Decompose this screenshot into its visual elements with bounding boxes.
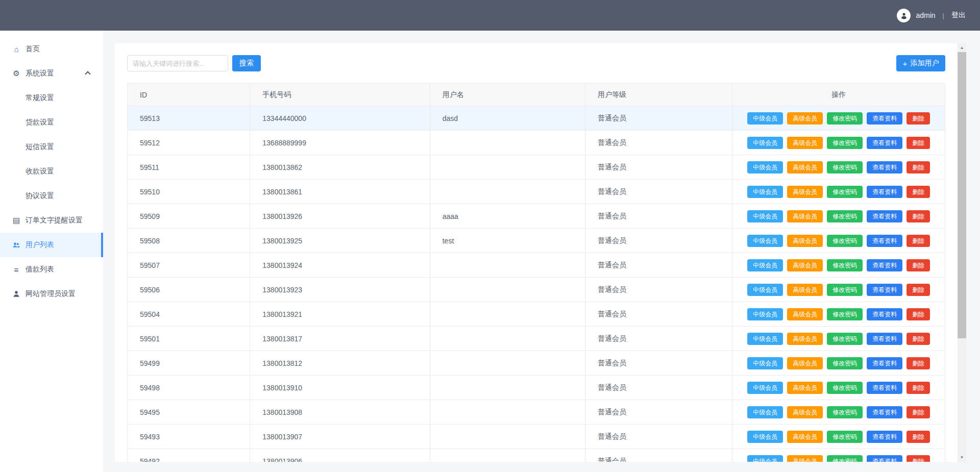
mid-member-button[interactable]: 中级会员 [747, 357, 783, 369]
senior-member-button[interactable]: 高级会员 [787, 284, 823, 296]
mid-member-button[interactable]: 中级会员 [747, 431, 783, 443]
chevron-up-icon [85, 71, 90, 77]
delete-button[interactable]: 删除 [906, 161, 930, 173]
view-profile-button[interactable]: 查看资料 [867, 284, 902, 296]
change-password-button[interactable]: 修改密码 [827, 284, 863, 296]
view-profile-button[interactable]: 查看资料 [867, 431, 902, 443]
change-password-button[interactable]: 修改密码 [827, 431, 863, 443]
delete-button[interactable]: 删除 [906, 284, 930, 296]
view-profile-button[interactable]: 查看资料 [867, 333, 902, 345]
view-profile-button[interactable]: 查看资料 [867, 382, 902, 394]
senior-member-button[interactable]: 高级会员 [787, 357, 823, 369]
table-row: 595101380013861普通会员中级会员高级会员修改密码查看资料删除 [128, 180, 945, 204]
senior-member-button[interactable]: 高级会员 [787, 235, 823, 247]
change-password-button[interactable]: 修改密码 [827, 112, 863, 125]
mid-member-button[interactable]: 中级会员 [747, 161, 783, 173]
senior-member-button[interactable]: 高级会员 [787, 431, 823, 443]
vertical-scrollbar[interactable]: ▲ ▼ [958, 43, 966, 462]
sidebar-item-order-text-reminder-settings[interactable]: ▤订单文字提醒设置 [0, 208, 103, 233]
delete-button[interactable]: 删除 [906, 431, 930, 443]
senior-member-button[interactable]: 高级会员 [787, 382, 823, 394]
mid-member-button[interactable]: 中级会员 [747, 112, 783, 125]
delete-button[interactable]: 删除 [906, 137, 930, 149]
delete-button[interactable]: 删除 [906, 112, 930, 125]
add-user-button[interactable]: + 添加用户 [896, 55, 945, 71]
senior-member-button[interactable]: 高级会员 [787, 137, 823, 149]
view-profile-button[interactable]: 查看资料 [867, 259, 902, 271]
senior-member-button[interactable]: 高级会员 [787, 333, 823, 345]
change-password-button[interactable]: 修改密码 [827, 406, 863, 418]
view-profile-button[interactable]: 查看资料 [867, 406, 902, 418]
sidebar-item-agreement-settings[interactable]: 协议设置 [0, 184, 103, 208]
logout-link[interactable]: 登出 [951, 11, 966, 20]
sidebar-item-general-settings[interactable]: 常规设置 [0, 86, 103, 110]
scrollbar-thumb[interactable] [958, 52, 966, 338]
mid-member-button[interactable]: 中级会员 [747, 137, 783, 149]
change-password-button[interactable]: 修改密码 [827, 357, 863, 369]
mid-member-button[interactable]: 中级会员 [747, 284, 783, 296]
mid-member-button[interactable]: 中级会员 [747, 455, 783, 462]
sidebar-item-payment-settings[interactable]: 收款设置 [0, 159, 103, 184]
change-password-button[interactable]: 修改密码 [827, 186, 863, 198]
sidebar-item-user-list[interactable]: 用户列表 [0, 233, 103, 257]
change-password-button[interactable]: 修改密码 [827, 137, 863, 149]
senior-member-button[interactable]: 高级会员 [787, 455, 823, 462]
delete-button[interactable]: 删除 [906, 308, 930, 320]
scroll-down-arrow-icon[interactable]: ▼ [958, 453, 966, 462]
view-profile-button[interactable]: 查看资料 [867, 235, 902, 247]
mid-member-button[interactable]: 中级会员 [747, 235, 783, 247]
mid-member-button[interactable]: 中级会员 [747, 186, 783, 198]
change-password-button[interactable]: 修改密码 [827, 259, 863, 271]
delete-button[interactable]: 删除 [906, 259, 930, 271]
view-profile-button[interactable]: 查看资料 [867, 161, 902, 173]
senior-member-button[interactable]: 高级会员 [787, 112, 823, 125]
delete-button[interactable]: 删除 [906, 210, 930, 222]
mid-member-button[interactable]: 中级会员 [747, 210, 783, 222]
senior-member-button[interactable]: 高级会员 [787, 259, 823, 271]
change-password-button[interactable]: 修改密码 [827, 210, 863, 222]
sidebar-item-site-admin-settings[interactable]: 网站管理员设置 [0, 282, 103, 306]
senior-member-button[interactable]: 高级会员 [787, 406, 823, 418]
sidebar-item-loan-list[interactable]: ≡借款列表 [0, 257, 103, 282]
search-input[interactable] [127, 55, 228, 71]
sidebar-item-system-settings[interactable]: ⚙系统设置 [0, 61, 103, 86]
view-profile-button[interactable]: 查看资料 [867, 210, 902, 222]
delete-button[interactable]: 删除 [906, 406, 930, 418]
view-profile-button[interactable]: 查看资料 [867, 308, 902, 320]
view-profile-button[interactable]: 查看资料 [867, 112, 902, 125]
sidebar-item-loan-settings[interactable]: 贷款设置 [0, 110, 103, 135]
change-password-button[interactable]: 修改密码 [827, 235, 863, 247]
senior-member-button[interactable]: 高级会员 [787, 210, 823, 222]
view-profile-button[interactable]: 查看资料 [867, 186, 902, 198]
change-password-button[interactable]: 修改密码 [827, 333, 863, 345]
delete-button[interactable]: 删除 [906, 357, 930, 369]
search-button[interactable]: 搜索 [232, 55, 261, 71]
sidebar-item-sms-settings[interactable]: 短信设置 [0, 135, 103, 159]
delete-button[interactable]: 删除 [906, 186, 930, 198]
mid-member-button[interactable]: 中级会员 [747, 308, 783, 320]
change-password-button[interactable]: 修改密码 [827, 308, 863, 320]
senior-member-button[interactable]: 高级会员 [787, 308, 823, 320]
mid-member-button[interactable]: 中级会员 [747, 259, 783, 271]
delete-button[interactable]: 删除 [906, 455, 930, 462]
change-password-button[interactable]: 修改密码 [827, 382, 863, 394]
scroll-up-arrow-icon[interactable]: ▲ [958, 43, 966, 52]
view-profile-button[interactable]: 查看资料 [867, 455, 902, 462]
change-password-button[interactable]: 修改密码 [827, 455, 863, 462]
mid-member-button[interactable]: 中级会员 [747, 333, 783, 345]
senior-member-button[interactable]: 高级会员 [787, 161, 823, 173]
delete-button[interactable]: 删除 [906, 235, 930, 247]
user-avatar-icon[interactable] [897, 9, 911, 22]
cell-phone: 1380013907 [250, 425, 430, 449]
sidebar-item-home[interactable]: ⌂首页 [0, 37, 103, 61]
username-label[interactable]: admin [916, 11, 935, 19]
view-profile-button[interactable]: 查看资料 [867, 357, 902, 369]
senior-member-button[interactable]: 高级会员 [787, 186, 823, 198]
table-row: 594931380013907普通会员中级会员高级会员修改密码查看资料删除 [128, 425, 945, 449]
view-profile-button[interactable]: 查看资料 [867, 137, 902, 149]
change-password-button[interactable]: 修改密码 [827, 161, 863, 173]
mid-member-button[interactable]: 中级会员 [747, 382, 783, 394]
delete-button[interactable]: 删除 [906, 382, 930, 394]
delete-button[interactable]: 删除 [906, 333, 930, 345]
mid-member-button[interactable]: 中级会员 [747, 406, 783, 418]
